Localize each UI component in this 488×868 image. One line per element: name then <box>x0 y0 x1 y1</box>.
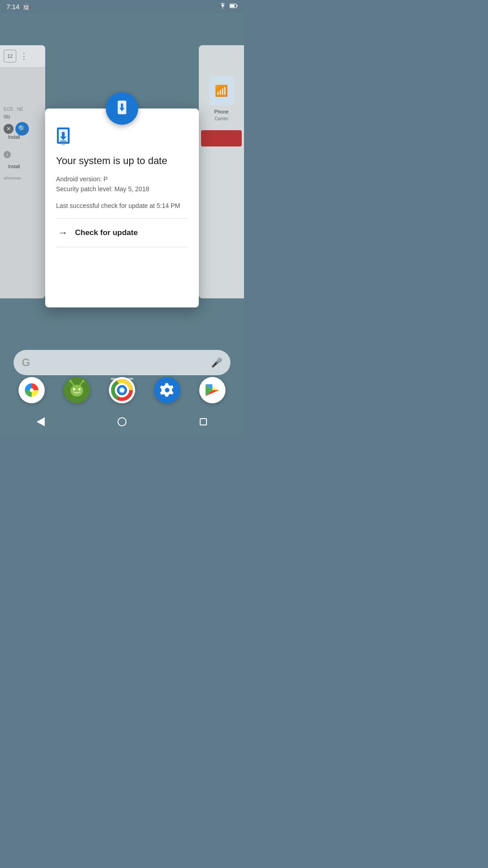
svg-rect-7 <box>62 132 65 137</box>
battery-icon <box>230 2 238 10</box>
security-patch: Security patch level: May 5, 2018 <box>56 185 149 193</box>
dialog-title: Your system is up to date <box>56 155 188 168</box>
svg-rect-10 <box>61 144 65 145</box>
android-version: Android version: P <box>56 175 108 183</box>
dialog-info: Android version: P Security patch level:… <box>56 174 188 194</box>
app-icon <box>56 127 188 147</box>
status-time: 7:14 <box>6 3 19 10</box>
dialog-overlay: Your system is up to date Android versio… <box>0 0 244 434</box>
wifi-icon <box>219 2 227 10</box>
android-icon: 🤖 <box>22 3 30 10</box>
svg-rect-3 <box>121 104 123 108</box>
svg-rect-1 <box>230 5 235 7</box>
divider-bottom <box>56 247 188 247</box>
dialog-header-icon <box>106 92 138 125</box>
last-check-text: Last successful check for update at 5:14… <box>56 202 188 209</box>
svg-rect-9 <box>60 141 66 142</box>
arrow-right-icon: → <box>58 227 68 239</box>
system-update-dialog: Your system is up to date Android versio… <box>45 108 199 307</box>
check-for-update-button[interactable]: → Check for update <box>56 219 188 247</box>
status-bar: 7:14 🤖 <box>0 0 244 13</box>
check-for-update-label: Check for update <box>75 228 138 237</box>
